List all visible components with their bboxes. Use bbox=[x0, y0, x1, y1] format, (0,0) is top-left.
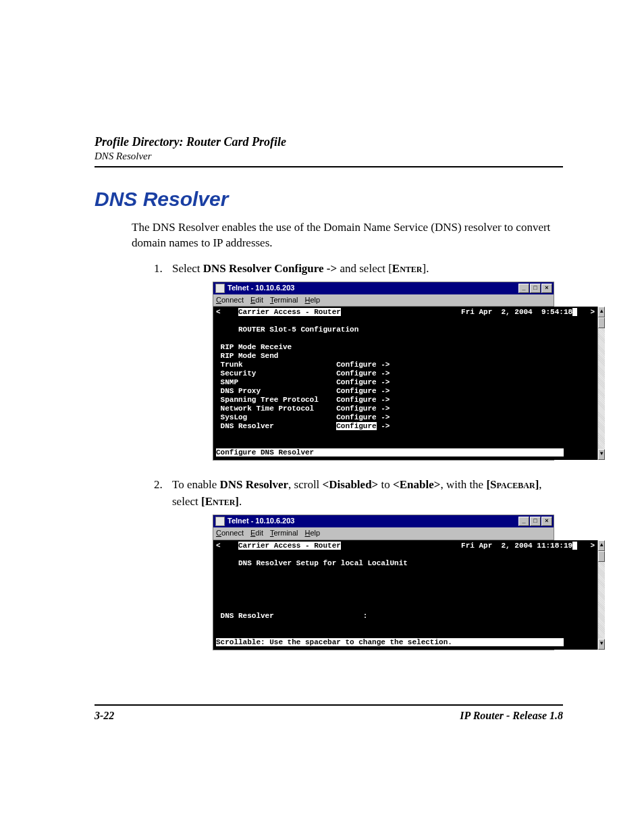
breadcrumb: Profile Directory: Router Card Profile bbox=[95, 135, 563, 149]
header-subtitle: DNS Resolver bbox=[95, 151, 563, 162]
step2-t2: , scroll bbox=[288, 478, 323, 491]
terminal-output[interactable]: < Carrier Access - Router Fri Apr 2, 200… bbox=[213, 307, 597, 460]
scroll-thumb[interactable] bbox=[598, 551, 605, 562]
scroll-up-icon[interactable]: ▲ bbox=[598, 307, 605, 317]
step2-t4: , with the bbox=[440, 478, 486, 491]
menu-help[interactable]: Help bbox=[305, 528, 321, 539]
menu-edit[interactable]: Edit bbox=[250, 528, 263, 539]
step2-t1: To enable bbox=[172, 478, 220, 491]
app-icon bbox=[215, 517, 225, 526]
minimize-button[interactable]: _ bbox=[518, 517, 529, 526]
step1-mid: and select [ bbox=[337, 262, 392, 275]
telnet-window-2: Telnet - 10.10.6.203 _ □ × Connect Edit … bbox=[213, 515, 554, 650]
titlebar[interactable]: Telnet - 10.10.6.203 _ □ × bbox=[213, 282, 554, 294]
scroll-thumb[interactable] bbox=[598, 317, 605, 328]
app-icon bbox=[215, 284, 225, 293]
scroll-track[interactable] bbox=[598, 562, 605, 639]
terminal-output[interactable]: < Carrier Access - Router Fri Apr 2, 200… bbox=[213, 540, 597, 650]
titlebar[interactable]: Telnet - 10.10.6.203 _ □ × bbox=[213, 515, 554, 527]
scroll-track[interactable] bbox=[598, 328, 605, 449]
step2-key1: Spacebar bbox=[490, 478, 535, 491]
step2-key2: Enter bbox=[205, 495, 236, 508]
close-button[interactable]: × bbox=[541, 517, 552, 526]
window-controls: _ □ × bbox=[518, 517, 552, 526]
step2-b2: <Disabled> bbox=[323, 478, 379, 491]
step1-suffix: ]. bbox=[423, 262, 429, 275]
doc-id: IP Router - Release 1.8 bbox=[460, 710, 563, 722]
menu-connect[interactable]: Connect bbox=[216, 295, 244, 306]
header-rule bbox=[95, 166, 563, 167]
menu-terminal[interactable]: Terminal bbox=[270, 528, 298, 539]
step2-suffix: . bbox=[239, 495, 242, 508]
scroll-down-icon[interactable]: ▼ bbox=[598, 449, 605, 460]
window-title: Telnet - 10.10.6.203 bbox=[227, 283, 294, 294]
page-number: 3-22 bbox=[95, 710, 114, 722]
step2-t3: to bbox=[378, 478, 393, 491]
menu-terminal[interactable]: Terminal bbox=[270, 295, 298, 306]
page-title: DNS Resolver bbox=[95, 188, 563, 211]
step-1: Select DNS Resolver Configure -> and sel… bbox=[165, 261, 563, 461]
scroll-down-icon[interactable]: ▼ bbox=[598, 639, 605, 650]
page-footer: 3-22 IP Router - Release 1.8 bbox=[95, 704, 563, 722]
close-button[interactable]: × bbox=[541, 284, 552, 293]
scrollbar[interactable]: ▲ ▼ bbox=[597, 307, 605, 460]
telnet-window-1: Telnet - 10.10.6.203 _ □ × Connect Edit … bbox=[213, 282, 554, 461]
window-controls: _ □ × bbox=[518, 284, 552, 293]
page-header: Profile Directory: Router Card Profile D… bbox=[95, 135, 563, 167]
step1-action: DNS Resolver Configure -> bbox=[203, 262, 337, 275]
window-title: Telnet - 10.10.6.203 bbox=[227, 516, 294, 527]
step1-text: Select bbox=[172, 262, 203, 275]
maximize-button[interactable]: □ bbox=[530, 517, 541, 526]
menu-help[interactable]: Help bbox=[305, 295, 321, 306]
minimize-button[interactable]: _ bbox=[518, 284, 529, 293]
maximize-button[interactable]: □ bbox=[530, 284, 541, 293]
scrollbar[interactable]: ▲ ▼ bbox=[597, 540, 605, 650]
steps-list: Select DNS Resolver Configure -> and sel… bbox=[148, 261, 563, 650]
menubar[interactable]: Connect Edit Terminal Help bbox=[213, 527, 554, 540]
menubar[interactable]: Connect Edit Terminal Help bbox=[213, 294, 554, 307]
body: The DNS Resolver enables the use of the … bbox=[132, 220, 563, 650]
step2-b1: DNS Resolver bbox=[220, 478, 289, 491]
step-2: To enable DNS Resolver, scroll <Disabled… bbox=[165, 477, 563, 650]
scroll-up-icon[interactable]: ▲ bbox=[598, 540, 605, 551]
menu-connect[interactable]: Connect bbox=[216, 528, 244, 539]
step1-key: Enter bbox=[392, 262, 423, 275]
intro-paragraph: The DNS Resolver enables the use of the … bbox=[132, 220, 563, 251]
step2-b3: <Enable> bbox=[393, 478, 440, 491]
document-page: Profile Directory: Router Card Profile D… bbox=[0, 0, 644, 762]
menu-edit[interactable]: Edit bbox=[250, 295, 263, 306]
